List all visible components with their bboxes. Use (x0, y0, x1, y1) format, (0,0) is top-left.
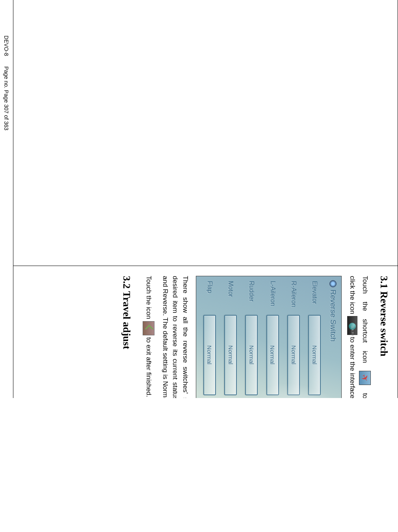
channel-row: R-AileronNormal (285, 281, 302, 395)
channel-grid: ElevatorNormalAUX2NormalR-AileronNormalA… (199, 279, 327, 398)
channel-label: Flap (206, 281, 213, 311)
plane-icon (359, 371, 371, 385)
channel-label: Elevator (311, 281, 318, 311)
device-screenshot: Reverse Switch 10:11 ElevatorNormalAUX2N… (196, 276, 342, 398)
channel-label: R-Aileron (290, 281, 297, 311)
content-area: 3.1 Reverse switch Touch the shortcut ic… (13, 0, 398, 398)
text: icon (361, 351, 369, 363)
intro-line-1: Touch the shortcut icon to enter Functio… (359, 276, 371, 398)
channel-label: Rudder (248, 281, 255, 311)
text: shortcut (361, 319, 369, 342)
right-column: 3.1 Reverse switch Touch the shortcut ic… (13, 266, 398, 398)
channel-row: MotorNormal (222, 281, 239, 395)
heading-reverse-switch: 3.1 Reverse switch (378, 276, 390, 398)
exit-instruction: Touch the icon to exit after finished. (143, 276, 155, 398)
text: Touch (361, 276, 369, 294)
text: Touch the icon (145, 276, 153, 319)
footer-model: DEVO-8 (4, 35, 10, 56)
footer-page: Page no. Page 307 of 363 (4, 66, 10, 130)
channel-status-button[interactable]: Normal (245, 315, 258, 395)
channel-status-button[interactable]: Normal (308, 315, 321, 395)
channel-status-button[interactable]: Normal (203, 315, 216, 395)
heading-travel-adjust: 3.2 Travel adjust (121, 276, 133, 398)
text: click the icon (348, 276, 356, 314)
screen-title: Reverse Switch (329, 290, 337, 342)
channel-row: RudderNormal (243, 281, 260, 395)
description-paragraph: There show all the reverse switches' sta… (160, 276, 191, 398)
intro-line-2: click the icon to enter the interface of… (347, 276, 357, 398)
left-column (13, 0, 398, 266)
channel-row: ElevatorNormal (306, 281, 323, 395)
text: to exit after finished. (145, 337, 153, 397)
channel-status-button[interactable]: Normal (287, 315, 300, 395)
screenshot-title-bar: Reverse Switch 10:11 (327, 279, 339, 398)
channel-row: FlapNormal (201, 281, 218, 395)
text: the (361, 302, 369, 311)
page-footer: DEVO-8 Page no. Page 307 of 363 (0, 0, 13, 398)
channel-status-button[interactable]: Normal (224, 315, 237, 395)
exit-icon (143, 321, 155, 335)
text: to (361, 393, 369, 398)
reverse-switch-shortcut-icon (347, 316, 357, 335)
channel-status-button[interactable]: Normal (266, 315, 279, 395)
channel-label: Motor (227, 281, 234, 311)
text: to enter the interface of Reverse Switch… (348, 337, 356, 398)
gear-icon (329, 280, 337, 287)
channel-row: L-AileronNormal (264, 281, 281, 395)
channel-label: L-Aileron (269, 281, 276, 311)
